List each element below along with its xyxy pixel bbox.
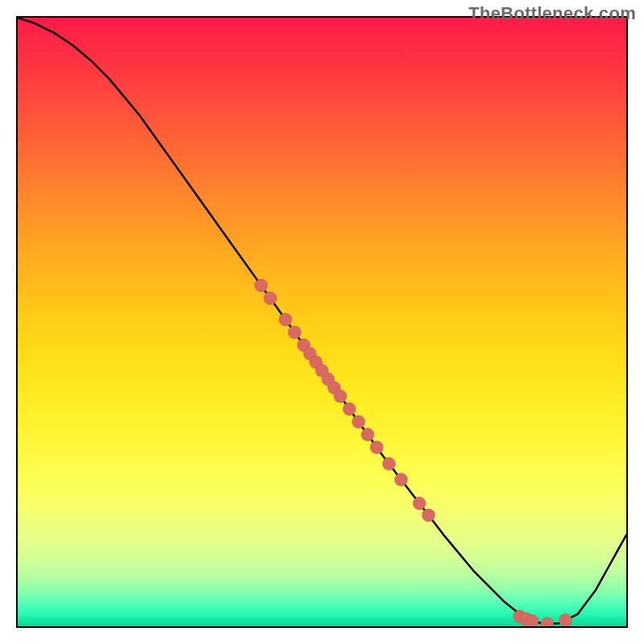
sample-marker bbox=[361, 428, 374, 441]
sample-marker bbox=[559, 613, 572, 626]
sample-marker bbox=[343, 402, 356, 415]
sample-marker bbox=[422, 509, 435, 522]
plot-area bbox=[16, 16, 628, 628]
sample-marker bbox=[254, 279, 267, 292]
sample-markers-group bbox=[254, 279, 572, 626]
sample-marker bbox=[413, 497, 426, 510]
sample-marker bbox=[541, 617, 554, 626]
sample-marker bbox=[370, 441, 383, 454]
bottleneck-curve-path bbox=[18, 18, 626, 624]
sample-marker bbox=[382, 457, 395, 470]
chart-stage: TheBottleneck.com bbox=[0, 0, 644, 644]
sample-marker bbox=[526, 615, 539, 626]
sample-marker bbox=[264, 292, 277, 305]
sample-marker bbox=[352, 415, 365, 428]
sample-marker bbox=[394, 473, 407, 486]
sample-marker bbox=[334, 390, 347, 402]
chart-overlay-svg bbox=[18, 18, 626, 626]
sample-marker bbox=[279, 313, 292, 326]
sample-marker bbox=[288, 326, 301, 339]
